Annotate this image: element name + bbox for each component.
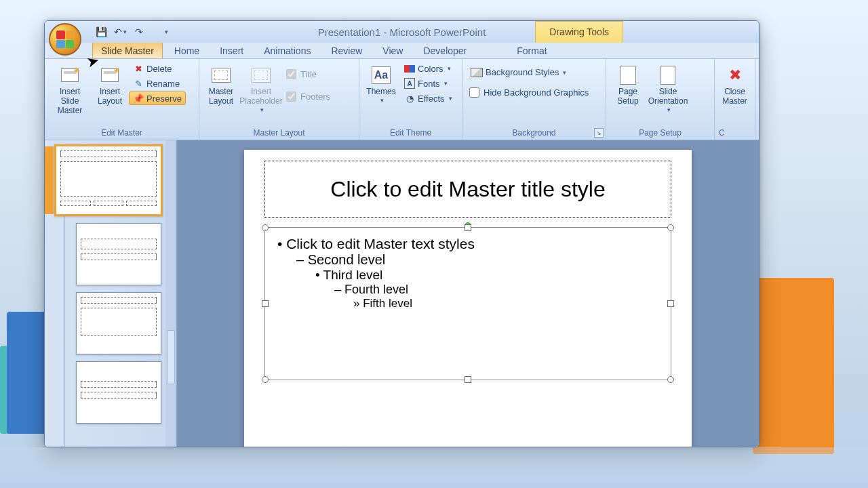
tab-insert[interactable]: Insert	[211, 42, 252, 58]
group-page-setup: Page Setup Slide Orientation▾ Page Setup	[606, 59, 715, 140]
contextual-tab-header: Drawing Tools	[535, 21, 623, 43]
background-styles-button[interactable]: Background Styles▾	[467, 66, 570, 79]
effects-icon: ◔	[404, 93, 415, 104]
insert-slide-master-button[interactable]: ✦ Insert Slide Master	[49, 62, 91, 118]
delete-button[interactable]: ✖Delete	[129, 62, 186, 75]
group-page-setup-label: Page Setup	[610, 127, 710, 138]
layout-thumbnail[interactable]	[76, 292, 161, 354]
themes-label: Themes	[366, 87, 395, 97]
rename-button[interactable]: ✎Rename	[129, 77, 186, 90]
office-button[interactable]	[49, 23, 81, 56]
themes-button[interactable]: Aa Themes▾	[363, 62, 399, 106]
insert-layout-label: Insert Layout	[94, 87, 126, 106]
slide-master-thumbnail[interactable]	[54, 144, 163, 216]
group-background-label: Background	[467, 127, 601, 138]
tab-developer[interactable]: Developer	[414, 42, 475, 58]
group-close: ✖ Close Master C	[715, 59, 755, 140]
background-styles-icon	[471, 68, 483, 77]
title-placeholder-text: Click to edit Master title style	[330, 177, 605, 202]
page-setup-label: Page Setup	[612, 87, 644, 106]
background-dialog-launcher[interactable]: ↘	[594, 128, 604, 138]
body-placeholder[interactable]: Click to edit Master text styles Second …	[264, 227, 671, 380]
fonts-icon: A	[404, 78, 415, 89]
undo-icon[interactable]: ↶▾	[113, 24, 127, 39]
group-edit-theme-label: Edit Theme	[363, 127, 458, 138]
insert-slide-master-label: Insert Slide Master	[50, 87, 90, 115]
tab-format[interactable]: Format	[508, 42, 555, 58]
fonts-button[interactable]: AFonts▾	[400, 77, 456, 90]
group-master-layout: Master Layout Insert Placeholder▾ Title …	[199, 59, 359, 140]
group-edit-theme: Aa Themes▾ Colors▾ AFonts▾ ◔Effects▾ Edi…	[359, 59, 462, 140]
group-edit-master: ✦ Insert Slide Master ✦ Insert Layout ✖D…	[45, 59, 199, 140]
footers-checkbox[interactable]: Footers	[283, 89, 333, 104]
group-master-layout-label: Master Layout	[203, 127, 355, 138]
slide-master-canvas[interactable]: Click to edit Master title style Click t…	[244, 150, 692, 447]
title-placeholder[interactable]: Click to edit Master title style	[264, 161, 671, 218]
redo-icon[interactable]: ↷	[132, 24, 146, 39]
slide-thumbnail-panel	[45, 140, 177, 447]
save-icon[interactable]: 💾	[94, 24, 108, 39]
master-layout-button[interactable]: Master Layout	[203, 62, 239, 109]
close-master-button[interactable]: ✖ Close Master	[719, 62, 751, 109]
insert-placeholder-button[interactable]: Insert Placeholder▾	[240, 62, 282, 116]
title-bar: 💾 ↶▾ ↷ ▾ Presentation1 - Microsoft Power…	[45, 21, 759, 43]
colors-icon	[404, 63, 415, 74]
thumbnail-scrollbar[interactable]	[165, 140, 176, 447]
layout-thumbnail[interactable]	[76, 361, 161, 424]
tab-review[interactable]: Review	[322, 42, 371, 58]
customize-qat-icon[interactable]: ▾	[158, 24, 173, 39]
quick-access-toolbar: 💾 ↶▾ ↷ ▾	[87, 23, 180, 41]
tab-slide-master[interactable]: Slide Master	[92, 42, 163, 58]
slide-edit-area: Click to edit Master title style Click t…	[177, 140, 759, 447]
ribbon-tabs: Slide Master Home Insert Animations Revi…	[45, 43, 759, 59]
group-edit-master-label: Edit Master	[49, 127, 195, 138]
slide-orientation-button[interactable]: Slide Orientation▾	[647, 62, 689, 116]
page-setup-button[interactable]: Page Setup	[610, 62, 646, 109]
effects-button[interactable]: ◔Effects▾	[400, 92, 456, 105]
insert-placeholder-label: Insert Placeholder	[239, 87, 282, 106]
body-placeholder-text: Click to edit Master text styles Second …	[265, 228, 671, 319]
tab-view[interactable]: View	[374, 42, 412, 58]
group-background: Background Styles▾ Hide Background Graph…	[462, 59, 606, 140]
title-checkbox[interactable]: Title	[283, 67, 333, 81]
powerpoint-window: 💾 ↶▾ ↷ ▾ Presentation1 - Microsoft Power…	[44, 20, 760, 447]
tab-animations[interactable]: Animations	[255, 42, 319, 58]
master-layout-label: Master Layout	[205, 87, 237, 106]
colors-button[interactable]: Colors▾	[400, 62, 456, 75]
preserve-button[interactable]: 📌Preserve	[129, 92, 186, 105]
ribbon: ✦ Insert Slide Master ✦ Insert Layout ✖D…	[45, 59, 759, 140]
slide-orientation-label: Slide Orientation	[648, 87, 688, 106]
hide-background-checkbox[interactable]: Hide Background Graphics	[467, 85, 591, 100]
tab-home[interactable]: Home	[165, 42, 208, 58]
content-area: Click to edit Master title style Click t…	[45, 140, 759, 447]
layout-thumbnail[interactable]	[76, 223, 161, 285]
